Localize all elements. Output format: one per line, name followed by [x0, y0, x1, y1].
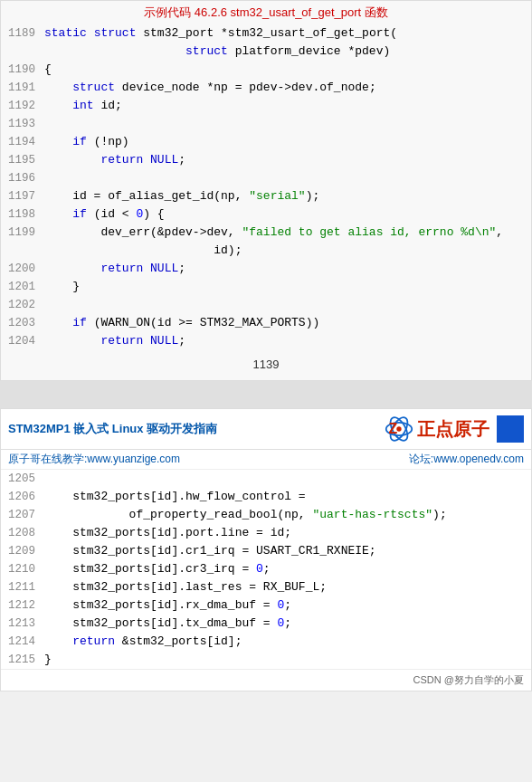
code-line-cont2: id); [1, 242, 531, 260]
code-line-1206: 1206 stm32_ports[id].hw_flow_control = [1, 488, 531, 506]
code-line-1200: 1200 return NULL; [1, 260, 531, 278]
header-bar: STM32MP1 嵌入式 Linux 驱动开发指南 Z 正点原子 [1, 409, 531, 450]
line-content: { [41, 61, 531, 79]
code-line-1192: 1192 int id; [1, 97, 531, 115]
line-content: if (!np) [41, 133, 531, 151]
code-line-1208: 1208 stm32_ports[id].port.line = id; [1, 524, 531, 542]
line-num: 1209 [1, 542, 41, 560]
code-line-1207: 1207 of_property_read_bool(np, "uart-has… [1, 506, 531, 524]
top-code-area: 1189 static struct stm32_port *stm32_usa… [1, 24, 531, 350]
line-num: 1201 [1, 278, 41, 296]
line-num: 1190 [1, 61, 41, 79]
line-num: 1208 [1, 524, 41, 542]
code-line-1210: 1210 stm32_ports[id].cr3_irq = 0; [1, 560, 531, 578]
bottom-code-section: STM32MP1 嵌入式 Linux 驱动开发指南 Z 正点原子 [0, 408, 532, 691]
line-num: 1205 [1, 470, 41, 488]
line-num: 1193 [1, 115, 41, 133]
code-line-1191: 1191 struct device_node *np = pdev->dev.… [1, 79, 531, 97]
book-title: STM32MP1 嵌入式 Linux 驱动开发指南 [8, 421, 217, 437]
line-content: stm32_ports[id].last_res = RX_BUF_L; [41, 578, 531, 596]
subheader-bar: 原子哥在线教学:www.yuanzige.com 论坛:www.openedv.… [1, 450, 531, 470]
line-content: struct device_node *np = pdev->dev.of_no… [41, 79, 531, 97]
line-num: 1213 [1, 615, 41, 633]
line-num: 1210 [1, 560, 41, 578]
line-num: 1199 [1, 224, 41, 242]
code-line-1201: 1201 } [1, 278, 531, 296]
line-num: 1214 [1, 633, 41, 651]
code-line-1213: 1213 stm32_ports[id].tx_dma_buf = 0; [1, 615, 531, 633]
code-line-1205: 1205 [1, 470, 531, 488]
line-content: dev_err(&pdev->dev, "failed to get alias… [41, 224, 531, 242]
code-line-1199: 1199 dev_err(&pdev->dev, "failed to get … [1, 224, 531, 242]
line-num: 1196 [1, 169, 41, 187]
line-num: 1202 [1, 296, 41, 314]
line-num: 1212 [1, 596, 41, 615]
logo-chinese-text: 正点原子 [417, 417, 489, 442]
logo-icon: Z [385, 415, 413, 443]
line-num: 1204 [1, 332, 41, 350]
code-line-1196: 1196 [1, 169, 531, 187]
line-content: if (id < 0) { [41, 205, 531, 224]
line-num: 1207 [1, 506, 41, 524]
line-content: stm32_ports[id].cr1_irq = USART_CR1_RXNE… [41, 542, 531, 560]
code-line-1204: 1204 return NULL; [1, 332, 531, 350]
code-line-1211: 1211 stm32_ports[id].last_res = RX_BUF_L… [1, 578, 531, 596]
subheader-left-link: 原子哥在线教学:www.yuanzige.com [8, 452, 180, 467]
logo-area: Z 正点原子 [385, 415, 489, 443]
line-num: 1192 [1, 97, 41, 115]
code-line-1190: 1190 { [1, 61, 531, 79]
top-code-section: 示例代码 46.2.6 stm32_usart_of_get_port 函数 1… [0, 0, 532, 381]
line-num: 1215 [1, 651, 41, 669]
header-right: Z 正点原子 [385, 415, 524, 443]
blue-accent-box [497, 415, 524, 443]
line-num: 1197 [1, 187, 41, 205]
line-num: 1200 [1, 260, 41, 278]
line-content: stm32_ports[id].port.line = id; [41, 524, 531, 542]
line-content: id); [41, 242, 531, 260]
code-line-1198: 1198 if (id < 0) { [1, 205, 531, 224]
code-line-1195: 1195 return NULL; [1, 151, 531, 169]
line-content [41, 115, 531, 133]
code-line-1189: 1189 static struct stm32_port *stm32_usa… [1, 24, 531, 43]
section-gap [0, 381, 532, 408]
line-content: stm32_ports[id].cr3_irq = 0; [41, 560, 531, 578]
svg-text:Z: Z [388, 421, 397, 436]
line-num: 1195 [1, 151, 41, 169]
code-line-1215: 1215 } [1, 651, 531, 669]
line-content: } [41, 651, 531, 669]
line-num: 1191 [1, 79, 41, 97]
line-content: stm32_ports[id].hw_flow_control = [41, 488, 531, 506]
code-title: 示例代码 46.2.6 stm32_usart_of_get_port 函数 [1, 1, 531, 24]
page-number: 1139 [1, 350, 531, 380]
footer-bar: CSDN @努力自学的小夏 [1, 669, 531, 691]
code-line-1209: 1209 stm32_ports[id].cr1_irq = USART_CR1… [1, 542, 531, 560]
footer-text: CSDN @努力自学的小夏 [413, 673, 524, 687]
line-content: of_property_read_bool(np, "uart-has-rtsc… [41, 506, 531, 524]
bottom-code-area: 1205 1206 stm32_ports[id].hw_flow_contro… [1, 470, 531, 669]
line-content: } [41, 278, 531, 296]
code-line-1212: 1212 stm32_ports[id].rx_dma_buf = 0; [1, 596, 531, 615]
line-content: return &stm32_ports[id]; [41, 633, 531, 651]
line-content: struct platform_device *pdev) [41, 43, 531, 61]
line-num: 1203 [1, 314, 41, 332]
line-num: 1211 [1, 578, 41, 596]
line-content: return NULL; [41, 151, 531, 169]
line-content: static struct stm32_port *stm32_usart_of… [41, 24, 531, 43]
line-content: return NULL; [41, 332, 531, 350]
line-content: return NULL; [41, 260, 531, 278]
code-line-1193: 1193 [1, 115, 531, 133]
code-line-1202: 1202 [1, 296, 531, 314]
line-num: 1198 [1, 205, 41, 224]
code-line-cont: struct platform_device *pdev) [1, 43, 531, 61]
line-content: stm32_ports[id].rx_dma_buf = 0; [41, 596, 531, 615]
logo-text-container: 正点原子 [417, 417, 489, 442]
subheader-right-link: 论坛:www.openedv.com [409, 452, 524, 467]
line-content [41, 470, 531, 488]
code-line-1203: 1203 if (WARN_ON(id >= STM32_MAX_PORTS)) [1, 314, 531, 332]
code-line-1194: 1194 if (!np) [1, 133, 531, 151]
line-num: 1206 [1, 488, 41, 506]
line-content: id = of_alias_get_id(np, "serial"); [41, 187, 531, 205]
line-num: 1194 [1, 133, 41, 151]
line-content: int id; [41, 97, 531, 115]
code-line-1214: 1214 return &stm32_ports[id]; [1, 633, 531, 651]
